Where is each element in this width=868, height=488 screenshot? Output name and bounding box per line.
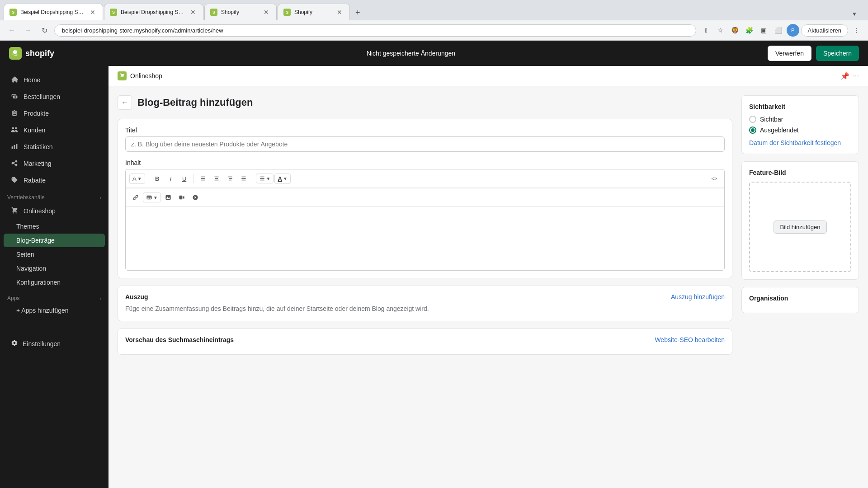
radio-circle-ausgeblendet (749, 127, 756, 134)
sidebar-icon[interactable]: ▣ (758, 24, 770, 37)
sidebar-item-marketing[interactable]: Marketing (4, 155, 105, 172)
brave-icon[interactable]: 🦁 (729, 24, 741, 37)
shopify-logo: shopify (9, 47, 54, 60)
profile-icon[interactable]: P (787, 24, 799, 37)
table-select[interactable]: ▼ (143, 192, 161, 202)
expand-icon[interactable]: › (100, 195, 101, 200)
aktualisieren-button[interactable]: Aktualisieren (801, 24, 848, 37)
radio-item-ausgeblendet[interactable]: Ausgeblendet (749, 127, 851, 134)
auszug-add-link[interactable]: Auszug hinzufügen (671, 293, 725, 300)
speichern-button[interactable]: Speichern (816, 46, 859, 61)
pin-icon[interactable]: 📌 (840, 72, 849, 80)
main-column: ← Blog-Beitrag hinzufügen Titel Inhalt A (118, 95, 732, 355)
rabatte-icon (11, 176, 19, 184)
bookmark-icon[interactable]: ☆ (714, 24, 727, 37)
clear-format-button[interactable] (189, 191, 202, 204)
radio-item-sichtbar[interactable]: Sichtbar (749, 116, 851, 123)
underline-button[interactable]: U (178, 172, 191, 185)
shopify-logo-icon (9, 47, 22, 60)
align-select[interactable]: ▼ (256, 174, 274, 183)
link-button[interactable] (129, 191, 142, 204)
sidebar-item-rabatte[interactable]: Rabatte (4, 172, 105, 188)
apps-add-button[interactable]: + Apps hinzufügen (4, 304, 105, 317)
browser-tab-2[interactable]: S Beispiel Dropshipping Store ✕ (104, 4, 203, 20)
seo-edit-link[interactable]: Website-SEO bearbeiten (655, 336, 725, 343)
sidebar-item-label-rabatte: Rabatte (24, 177, 46, 184)
organisation-card: Organisation (741, 287, 859, 313)
tab-close-2[interactable]: ✕ (189, 8, 198, 17)
sidebar-item-kunden[interactable]: Kunden (4, 122, 105, 138)
more-options-icon[interactable]: ⋮ (850, 24, 863, 37)
browser-tab-1[interactable]: S Beispiel Dropshipping Store · E... ✕ (4, 4, 103, 20)
sidebar-subitem-konfigurationen[interactable]: Konfigurationen (4, 276, 105, 289)
font-dropdown-arrow: ▼ (137, 176, 142, 181)
seo-header: Vorschau des Suchmaschineintrags Website… (125, 336, 725, 343)
vertriebskanaele-label: Vertriebskanäle › (0, 189, 108, 202)
sidebar-subitem-label-navigation: Navigation (16, 265, 46, 272)
tab-close-3[interactable]: ✕ (262, 8, 271, 17)
browser-tabs-bar: S Beispiel Dropshipping Store · E... ✕ S… (0, 0, 868, 20)
image-upload-area[interactable]: Bild hinzufügen (749, 182, 851, 272)
bold-button[interactable]: B (151, 172, 164, 185)
sidebar-subitem-label-konfigurationen: Konfigurationen (16, 279, 61, 286)
list-ul-button[interactable] (197, 172, 209, 185)
tab-favicon-4: S (283, 9, 291, 16)
share-icon[interactable]: ⇧ (700, 24, 712, 37)
datum-sichtbarkeit-link[interactable]: Datum der Sichtbarkeit festlegen (749, 139, 841, 146)
bild-hinzufuegen-button[interactable]: Bild hinzufügen (774, 221, 827, 234)
auszug-header: Auszug Auszug hinzufügen (125, 293, 725, 300)
refresh-button[interactable]: ↻ (38, 24, 51, 37)
apps-expand-icon[interactable]: › (100, 296, 101, 301)
video-button[interactable] (175, 191, 188, 204)
editor-content-area[interactable] (126, 207, 724, 270)
tabs-dropdown-btn[interactable]: ▼ (848, 8, 861, 20)
auszug-description: Füge eine Zusammenfassung des Beitrags h… (125, 304, 725, 314)
image-button[interactable] (162, 191, 175, 204)
page-content-area: ← Blog-Beitrag hinzufügen Titel Inhalt A (108, 86, 868, 364)
sidebar-item-statistiken[interactable]: Statistiken (4, 139, 105, 155)
tab-close-1[interactable]: ✕ (88, 8, 97, 17)
sidebar-subitem-themes[interactable]: Themes (4, 220, 105, 233)
browser-toolbar: ← → ↻ beispiel-dropshipping-store.myshop… (0, 20, 868, 41)
sidebar-item-home[interactable]: Home (4, 72, 105, 88)
sidebar-item-label-onlineshop: Onlineshop (24, 207, 56, 215)
tab-title-1: Beispiel Dropshipping Store · E... (20, 9, 85, 15)
indent-button[interactable] (237, 172, 250, 185)
browser-tab-3[interactable]: S Shopify ✕ (204, 4, 277, 20)
verwerfen-button[interactable]: Verwerfen (768, 46, 811, 61)
sidebar-item-label-marketing: Marketing (24, 160, 51, 167)
apps-add-label: + Apps hinzufügen (16, 307, 69, 314)
content-header-left: Onlineshop (118, 71, 840, 80)
sidebar-subitem-label-themes: Themes (16, 223, 39, 230)
titel-input[interactable] (125, 136, 725, 152)
tab-favicon-3: S (210, 9, 217, 16)
align-center-button[interactable] (210, 172, 223, 185)
code-button[interactable]: <> (708, 172, 721, 185)
text-color-select[interactable]: A ▼ (274, 174, 290, 184)
sidebar-item-produkte[interactable]: Produkte (4, 105, 105, 122)
sidebar-item-onlineshop[interactable]: Onlineshop (4, 203, 105, 219)
tab-close-4[interactable]: ✕ (335, 8, 344, 17)
tab-title-3: Shopify (221, 9, 258, 15)
browser-tab-4[interactable]: S Shopify ✕ (278, 4, 350, 20)
screenshot-icon[interactable]: ⬜ (772, 24, 785, 37)
font-select[interactable]: A ▼ (129, 174, 145, 184)
extension-icon[interactable]: 🧩 (743, 24, 756, 37)
sidebar-subitem-seiten[interactable]: Seiten (4, 248, 105, 261)
new-tab-button[interactable]: + (351, 5, 365, 20)
italic-button[interactable]: I (165, 172, 177, 185)
content-header: Onlineshop 📌 ··· (108, 66, 868, 86)
kunden-icon (11, 126, 19, 134)
address-bar[interactable]: beispiel-dropshipping-store.myshopify.co… (54, 24, 696, 37)
editor-toolbar-2: ▼ (126, 188, 724, 207)
sidebar-subitem-navigation[interactable]: Navigation (4, 262, 105, 275)
back-button[interactable]: ← (5, 24, 18, 37)
sidebar-subitem-blog-beitraege[interactable]: Blog-Beiträge (4, 234, 105, 247)
sidebar-item-bestellungen[interactable]: Bestellungen (4, 89, 105, 105)
header-more-icon[interactable]: ··· (853, 72, 859, 80)
seo-card: Vorschau des Suchmaschineintrags Website… (118, 328, 732, 355)
forward-button[interactable]: → (22, 24, 34, 37)
back-button-page[interactable]: ← (118, 95, 132, 110)
align-right-button[interactable] (224, 172, 236, 185)
sidebar-settings-item[interactable]: Einstellungen (4, 335, 105, 352)
